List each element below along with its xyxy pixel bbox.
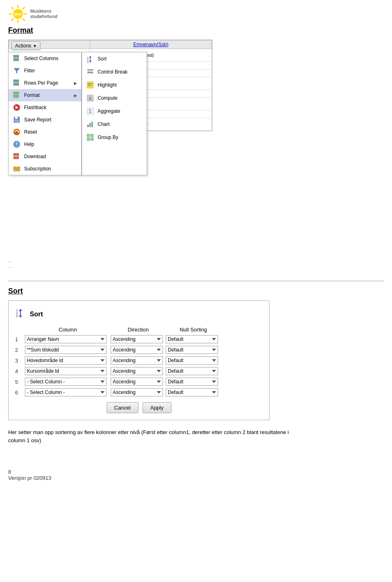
sort-row-5-null-sorting-select[interactable]: Default First Last [166, 378, 218, 386]
sort-row-6-null-sorting-select[interactable]: Default First Last [166, 388, 218, 396]
svg-rect-35 [16, 157, 19, 159]
submenu-control-break-label: Control Break [98, 69, 127, 75]
sort-row-5-column-select[interactable]: - Select Column - [25, 378, 107, 386]
submenu-item-chart[interactable]: Chart [82, 118, 147, 131]
svg-text:3: 3 [16, 314, 18, 318]
submenu-highlight-label: Highlight [98, 82, 117, 88]
sort-row-3-column-select[interactable]: Hovedområde Id [25, 356, 107, 365]
sort-row-4-direction-select[interactable]: Ascending Descending [111, 367, 163, 375]
sort-row-4-num: 4 [15, 368, 25, 374]
menu-item-rows-per-page[interactable]: Rows Per Page ▶ [9, 77, 81, 89]
logo-icon: MSF [8, 4, 28, 24]
sort-row-4-null-sorting-select[interactable]: Default First Last [166, 367, 218, 375]
format-arrow-icon: ▶ [74, 93, 77, 98]
save-report-icon [13, 116, 21, 124]
svg-rect-21 [13, 95, 16, 98]
svg-rect-10 [13, 55, 16, 58]
sort-col-direction-header: Direction [111, 327, 166, 333]
apply-button[interactable]: Apply [143, 402, 172, 413]
sort-row-2-null-sorting-select[interactable]: Default First Last [166, 346, 218, 354]
menu-item-reset-label: Reset [24, 129, 37, 135]
sort-row-2-column-select[interactable]: **Sum tilskudd [25, 346, 107, 354]
main-dropdown-menu: Select Columns Filter Rows Per Page ▶ [8, 52, 147, 175]
menu-item-help-label: Help [24, 141, 34, 147]
logo-area: MSF Musikkens studieforbund [8, 4, 384, 24]
menu-item-flashback[interactable]: Flashback [9, 101, 81, 114]
sort-panel-header: 123 Sort [15, 307, 263, 321]
footer-version: Versjon pr 020913 [8, 475, 384, 481]
select-columns-icon [13, 54, 21, 63]
sort-row-1: 1 Arrangør Navn Ascending Descending Def… [15, 335, 263, 343]
svg-line-6 [22, 18, 25, 21]
submenu-item-highlight[interactable]: Highlight [82, 78, 147, 92]
chart-icon [86, 120, 94, 128]
svg-rect-55 [89, 123, 91, 127]
compute-icon: Σ [86, 94, 94, 102]
bg-table-header-emne: Emnenavn(Ssb) [90, 40, 212, 49]
sort-buttons: Cancel Apply [15, 402, 263, 413]
sort-row-1-column-select[interactable]: Arrangør Navn [25, 335, 107, 343]
svg-marker-65 [19, 309, 22, 311]
menu-item-download[interactable]: Download [9, 150, 81, 163]
svg-text:Σ: Σ [89, 96, 91, 101]
sort-col-column-header: Column [25, 327, 111, 333]
cancel-button[interactable]: Cancel [107, 402, 138, 413]
submenu-item-group-by[interactable]: Group By [82, 131, 147, 144]
svg-rect-17 [13, 83, 16, 85]
sort-row-4-column-select[interactable]: Kursområde Id [25, 367, 107, 375]
submenu-group-by-label: Group By [98, 134, 118, 140]
svg-rect-27 [15, 120, 19, 122]
sort-row-3-direction-select[interactable]: Ascending Descending [111, 356, 163, 365]
submenu-item-compute[interactable]: Σ Compute [82, 92, 147, 105]
menu-item-filter[interactable]: Filter [9, 65, 81, 77]
svg-rect-33 [16, 153, 19, 156]
submenu-compute-label: Compute [98, 95, 118, 101]
sort-row-5: 5 - Select Column - Ascending Descending… [15, 378, 263, 386]
menu-item-reset[interactable]: Reset [9, 126, 81, 138]
svg-text:MSF: MSF [14, 12, 22, 16]
menu-item-flashback-label: Flashback [24, 105, 47, 110]
menu-item-select-columns-label: Select Columns [24, 56, 58, 61]
menu-item-subscription[interactable]: Subscription [9, 163, 81, 175]
sort-columns-header: Column Direction Null Sorting [15, 327, 263, 333]
svg-rect-56 [91, 122, 93, 127]
svg-marker-66 [19, 316, 22, 318]
sort-row-6: 6 - Select Column - Ascending Descending… [15, 388, 263, 396]
svg-rect-20 [16, 92, 19, 94]
svg-line-7 [22, 7, 25, 9]
submenu-chart-label: Chart [98, 121, 109, 127]
sort-row-6-direction-select[interactable]: Ascending Descending [111, 388, 163, 396]
sort-row-1-num: 1 [15, 336, 25, 342]
svg-marker-42 [89, 61, 91, 63]
svg-rect-49 [88, 85, 91, 86]
svg-text:?: ? [16, 142, 18, 147]
svg-marker-41 [89, 56, 91, 58]
actions-button[interactable]: Actions ▼ [11, 41, 40, 50]
svg-rect-32 [13, 153, 16, 156]
menu-item-save-report[interactable]: Save Report [9, 114, 81, 126]
menu-item-select-columns[interactable]: Select Columns [9, 52, 81, 65]
submenu-item-sort[interactable]: 123 Sort [82, 52, 147, 65]
menu-item-format[interactable]: Format ▶ [9, 89, 81, 101]
sort-row-1-direction-select[interactable]: Ascending Descending [111, 335, 163, 343]
sort-row-6-column-select[interactable]: - Select Column - [25, 388, 107, 396]
footer: 8 Versjon pr 020913 [8, 444, 384, 481]
svg-rect-15 [13, 80, 16, 82]
sort-section-title: Sort [8, 287, 384, 295]
submenu-item-control-break[interactable]: Control Break [82, 65, 147, 78]
svg-rect-13 [16, 58, 19, 61]
menu-item-download-label: Download [24, 154, 46, 159]
sort-panel-icon: 123 [15, 307, 27, 321]
sort-icon: 123 [86, 55, 94, 63]
divider [8, 281, 384, 281]
submenu-sort-label: Sort [98, 56, 107, 62]
menu-item-help[interactable]: ? Help [9, 138, 81, 150]
sort-col-num-header [15, 327, 25, 333]
sort-row-5-direction-select[interactable]: Ascending Descending [111, 378, 163, 386]
submenu-item-aggregate[interactable]: Σ Aggregate [82, 105, 147, 118]
svg-rect-54 [87, 125, 89, 127]
sort-row-3-null-sorting-select[interactable]: Default First Last [166, 356, 218, 365]
sort-row-2-direction-select[interactable]: Ascending Descending [111, 346, 163, 354]
svg-marker-14 [14, 68, 20, 73]
sort-row-1-null-sorting-select[interactable]: Default First Last [166, 335, 218, 343]
